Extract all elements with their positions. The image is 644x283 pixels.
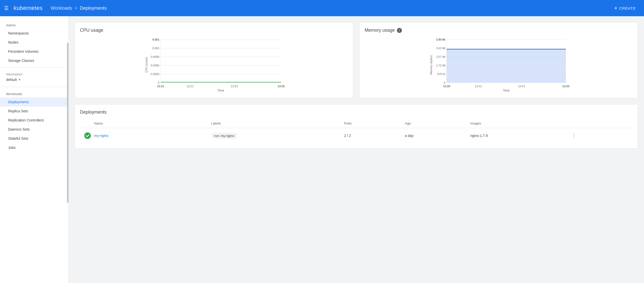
svg-text:13:23: 13:23 [518, 85, 525, 88]
svg-text:0: 0 [158, 81, 159, 84]
deployment-name-link[interactable]: my-nginx [94, 134, 109, 138]
memory-chart-title: Memory usage i [365, 28, 633, 33]
col-labels: Labels [207, 119, 340, 128]
breadcrumb-separator: > [75, 6, 78, 11]
deployments-table: Name Labels Pods Age Images [80, 119, 633, 143]
col-actions [565, 119, 633, 128]
svg-text:2.57 Mi: 2.57 Mi [436, 55, 445, 58]
svg-text:13:25: 13:25 [278, 85, 285, 88]
svg-text:0.0008: 0.0008 [151, 55, 159, 58]
deployments-table-title: Deployments [80, 110, 633, 115]
sidebar: Admin Namespaces Nodes Persistent Volume… [0, 16, 69, 283]
breadcrumb-parent[interactable]: Workloads [51, 6, 72, 11]
cpu-chart-card: CPU usage CPU (cores) [75, 22, 353, 98]
sidebar-item-replication-controllers[interactable]: Replication Controllers [0, 116, 68, 125]
admin-section-title: Admin [0, 20, 68, 29]
svg-text:13:21: 13:21 [187, 85, 194, 88]
sidebar-item-daemon-sets[interactable]: Daemon Sets [0, 125, 68, 134]
namespace-section: Namespace default ▾ [0, 69, 68, 85]
memory-chart-svg: Memory (bytes) 3.86 Mi 3.43 Mi 2.57 Mi [365, 37, 633, 93]
charts-row: CPU usage CPU (cores) [75, 22, 638, 98]
col-age: Age [401, 119, 466, 128]
breadcrumb: Workloads > Deployments [51, 6, 107, 11]
namespace-selector[interactable]: default ▾ [6, 78, 62, 82]
svg-text:3.86 Mi: 3.86 Mi [436, 38, 445, 41]
namespace-arrow: ▾ [19, 78, 20, 81]
svg-point-39 [84, 132, 91, 139]
deployment-images-cell: nginx:1.7.9 [466, 128, 566, 144]
svg-text:Time: Time [217, 89, 224, 92]
status-healthy-icon [84, 132, 91, 139]
sidebar-item-namespaces[interactable]: Namespaces [0, 29, 68, 38]
cpu-chart-svg: CPU (cores) 0.001 0.001 0.0008 0.00 [80, 37, 348, 93]
deployment-labels-cell: run: my-nginx [207, 128, 340, 144]
label-chip: run: my-nginx [211, 133, 237, 139]
svg-text:13:21: 13:21 [475, 85, 482, 88]
more-options-button[interactable]: ⋮ [569, 132, 579, 140]
svg-text:0.0005: 0.0005 [151, 64, 159, 67]
svg-text:0.001: 0.001 [152, 38, 159, 41]
svg-text:879 Ki: 879 Ki [437, 73, 445, 76]
menu-icon[interactable]: ☰ [4, 5, 9, 11]
col-pods: Pods [340, 119, 401, 128]
svg-text:13:25: 13:25 [562, 85, 569, 88]
sidebar-item-storage-classes[interactable]: Storage Classes [0, 56, 68, 65]
svg-text:0: 0 [444, 81, 445, 84]
svg-text:0.0003: 0.0003 [151, 73, 159, 76]
sidebar-item-stateful-sets[interactable]: Stateful Sets [0, 134, 68, 143]
workloads-section-title: Workloads [0, 89, 68, 97]
sidebar-item-deployments[interactable]: Deployments [0, 97, 68, 107]
app-logo: kubernetes [14, 5, 43, 11]
deployment-age-cell: a day [401, 128, 466, 144]
svg-text:13:20: 13:20 [443, 85, 450, 88]
svg-text:3.43 Mi: 3.43 Mi [436, 47, 445, 50]
deployment-name-cell: my-nginx [80, 128, 207, 144]
namespace-label: Namespace [6, 73, 62, 76]
create-label: CREATE [619, 6, 636, 10]
svg-text:0.001: 0.001 [152, 47, 159, 50]
create-button[interactable]: + CREATE [610, 3, 640, 13]
sidebar-item-jobs[interactable]: Jobs [0, 143, 68, 152]
svg-text:Memory (bytes): Memory (bytes) [430, 55, 433, 75]
plus-icon: + [614, 5, 618, 11]
app-header: ☰ kubernetes Workloads > Deployments + C… [0, 0, 644, 16]
deployments-card: Deployments Name Labels Pods Age Images [75, 104, 638, 149]
svg-text:13:23: 13:23 [231, 85, 238, 88]
cpu-chart-container: CPU (cores) 0.001 0.001 0.0008 0.00 [80, 37, 348, 93]
memory-chart-container: Memory (bytes) 3.86 Mi 3.43 Mi 2.57 Mi [365, 37, 633, 93]
svg-marker-33 [447, 49, 566, 83]
col-images: Images [466, 119, 566, 128]
col-name: Name [80, 119, 207, 128]
deployment-actions-cell: ⋮ [565, 128, 633, 144]
table-row: my-nginx run: my-nginx 2 / 2 a day nginx… [80, 128, 633, 144]
sidebar-scrollbar[interactable] [67, 43, 69, 203]
memory-chart-card: Memory usage i Memory (bytes) [359, 22, 638, 98]
svg-text:1.72 Mi: 1.72 Mi [436, 64, 445, 67]
main-content: CPU usage CPU (cores) [69, 16, 644, 283]
svg-text:CPU (cores): CPU (cores) [145, 57, 148, 73]
svg-text:13:21: 13:21 [157, 85, 164, 88]
deployment-pods-cell: 2 / 2 [340, 128, 401, 144]
breadcrumb-current: Deployments [80, 6, 107, 11]
sidebar-item-nodes[interactable]: Nodes [0, 38, 68, 47]
sidebar-item-replica-sets[interactable]: Replica Sets [0, 107, 68, 116]
svg-text:Time: Time [503, 89, 510, 92]
namespace-value: default [6, 78, 17, 82]
cpu-chart-title: CPU usage [80, 28, 348, 33]
sidebar-item-persistent-volumes[interactable]: Persistent Volumes [0, 47, 68, 56]
info-icon[interactable]: i [397, 28, 402, 33]
